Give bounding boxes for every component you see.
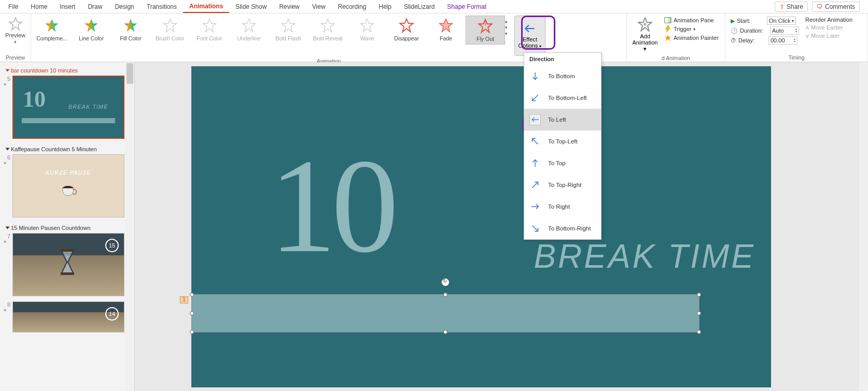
animation-indicator-icon: ✶ bbox=[3, 82, 10, 87]
tab-file[interactable]: File bbox=[2, 1, 24, 12]
arrow-left-icon bbox=[523, 22, 537, 35]
direction-to-bottom[interactable]: To Bottom bbox=[524, 65, 601, 87]
anim-brush-color[interactable]: Brush Color bbox=[150, 16, 190, 44]
preview-button[interactable]: Preview ▾ bbox=[2, 15, 29, 45]
resize-handle[interactable] bbox=[697, 293, 701, 297]
direction-to-top-right[interactable]: To Top-Right bbox=[524, 174, 601, 196]
gallery-more[interactable]: ▴▾▾ bbox=[505, 16, 512, 36]
anim-complementary[interactable]: Compleme... bbox=[32, 16, 72, 44]
animation-gallery[interactable]: Compleme... Line Color Fill Color Brush … bbox=[31, 13, 626, 58]
tab-help[interactable]: Help bbox=[372, 1, 398, 12]
comments-icon: 🗨 bbox=[817, 3, 823, 10]
section-header-3[interactable]: 15 Minuten Pausen Countdown bbox=[3, 223, 131, 233]
svg-marker-3 bbox=[124, 19, 137, 32]
slide-thumbnail-5[interactable]: 10 BREAK TIME bbox=[12, 76, 124, 139]
direction-to-top[interactable]: To Top bbox=[524, 152, 601, 174]
animation-pane-button[interactable]: Animation Pane bbox=[664, 17, 719, 24]
resize-handle[interactable] bbox=[190, 293, 194, 297]
share-button[interactable]: ⇧Share bbox=[775, 2, 808, 12]
delay-icon: ⏱ bbox=[731, 37, 736, 44]
tab-slideshow[interactable]: Slide Show bbox=[229, 1, 273, 12]
animation-indicator-icon: ✶ bbox=[3, 161, 10, 166]
arrow-down-icon bbox=[529, 70, 541, 82]
thumbnail-scrollbar[interactable] bbox=[125, 62, 134, 391]
tab-design[interactable]: Design bbox=[108, 1, 140, 12]
tab-insert[interactable]: Insert bbox=[53, 1, 81, 12]
resize-handle[interactable] bbox=[443, 293, 447, 297]
canvas-scrollbar[interactable] bbox=[859, 62, 868, 391]
trigger-button[interactable]: Trigger ▾ bbox=[664, 25, 719, 33]
svg-rect-22 bbox=[61, 249, 74, 252]
anim-fade[interactable]: Fade bbox=[426, 16, 466, 44]
slide-big-number: 10 bbox=[269, 128, 394, 283]
main-area: bar countdown 10 minutes 5✶ 10 BREAK TIM… bbox=[0, 62, 868, 391]
direction-to-bottom-left[interactable]: To Bottom-Left bbox=[524, 87, 601, 109]
coffee-cup-icon bbox=[60, 182, 78, 200]
tab-recording[interactable]: Recording bbox=[332, 1, 373, 12]
timing-delay[interactable]: ⏱Delay:00.00▴▾ bbox=[731, 36, 799, 45]
rotation-handle[interactable] bbox=[441, 278, 450, 286]
clock-icon: 🕐 bbox=[731, 27, 738, 34]
reorder-title: Reorder Animation bbox=[805, 17, 852, 23]
effect-options-button[interactable]: EffectOptions ▾ bbox=[514, 16, 545, 56]
slide-canvas[interactable]: 10 BREAK TIME 1 bbox=[135, 62, 868, 391]
tab-transitions[interactable]: Transitions bbox=[141, 1, 183, 12]
direction-to-right[interactable]: To Right bbox=[524, 196, 601, 218]
animation-painter-button[interactable]: Animation Painter bbox=[664, 34, 719, 41]
comments-button[interactable]: 🗨Comments bbox=[812, 2, 860, 12]
add-animation-button[interactable]: + AddAnimation ▾ bbox=[629, 15, 661, 54]
tab-view[interactable]: View bbox=[306, 1, 332, 12]
slide-number: 5 bbox=[3, 76, 10, 82]
direction-menu-header: Direction bbox=[524, 53, 601, 65]
slide-thumbnail-6[interactable]: KURZE PAUSE bbox=[12, 154, 124, 218]
tab-slidelizard[interactable]: SlideLizard bbox=[398, 1, 441, 12]
move-earlier-button[interactable]: ∧ Move Earlier bbox=[805, 24, 852, 31]
trigger-icon bbox=[664, 25, 671, 33]
tab-review[interactable]: Review bbox=[273, 1, 305, 12]
move-later-button[interactable]: ∨ Move Later bbox=[805, 33, 852, 39]
svg-marker-7 bbox=[282, 19, 295, 32]
anim-font-color[interactable]: Font Color bbox=[190, 16, 229, 44]
tab-shape-format[interactable]: Shape Format bbox=[441, 1, 493, 12]
direction-to-left[interactable]: To Left bbox=[524, 109, 601, 131]
svg-rect-18 bbox=[668, 18, 671, 23]
slide-number: 8 bbox=[3, 301, 10, 308]
resize-handle[interactable] bbox=[190, 311, 194, 315]
anim-fly-out[interactable]: Fly Out bbox=[466, 16, 505, 45]
slide-thumbnail-8[interactable]: 14 bbox=[12, 301, 124, 332]
section-header-2[interactable]: Kaffepause Countdown 5 Minuten bbox=[3, 144, 131, 154]
tab-animations[interactable]: Animations bbox=[183, 1, 229, 13]
thumb-badge: 14 bbox=[105, 307, 119, 321]
animation-order-tag[interactable]: 1 bbox=[180, 296, 188, 303]
tab-home[interactable]: Home bbox=[24, 1, 53, 12]
resize-handle[interactable] bbox=[697, 311, 701, 315]
resize-handle[interactable] bbox=[443, 330, 447, 334]
tab-draw[interactable]: Draw bbox=[81, 1, 108, 12]
resize-handle[interactable] bbox=[190, 330, 194, 334]
slide-thumbnail-7[interactable]: 15 bbox=[12, 233, 124, 296]
slide-content: 10 BREAK TIME bbox=[191, 66, 771, 387]
anim-fill-color[interactable]: Fill Color bbox=[111, 16, 150, 44]
selected-shape-bar[interactable] bbox=[191, 294, 699, 332]
anim-disappear[interactable]: Disappear bbox=[387, 16, 426, 44]
arrow-down-left-icon bbox=[529, 92, 541, 104]
anim-underline[interactable]: Underline bbox=[229, 16, 269, 44]
svg-marker-10 bbox=[400, 19, 413, 32]
preview-label: Preview bbox=[5, 32, 25, 38]
svg-marker-5 bbox=[203, 19, 216, 32]
section-header-1[interactable]: bar countdown 10 minutes bbox=[3, 65, 131, 76]
section-collapse-icon bbox=[6, 69, 10, 72]
anim-bold-flash[interactable]: Bold Flash bbox=[269, 16, 308, 44]
timing-duration[interactable]: 🕐Duration:Auto▴▾ bbox=[731, 26, 799, 35]
anim-wave[interactable]: Wave bbox=[347, 16, 387, 44]
direction-to-top-left[interactable]: To Top-Left bbox=[524, 131, 601, 152]
anim-line-color[interactable]: Line Color bbox=[72, 16, 111, 44]
play-icon: ▶ bbox=[731, 18, 735, 24]
resize-handle[interactable] bbox=[697, 330, 701, 334]
add-anim-l2: Animation bbox=[633, 39, 658, 46]
timing-start[interactable]: ▶Start:On Click▾ bbox=[731, 17, 799, 25]
direction-to-bottom-right[interactable]: To Bottom-Right bbox=[524, 218, 601, 239]
arrow-right-icon bbox=[529, 201, 541, 212]
effect-options-l2: Options bbox=[519, 42, 538, 49]
anim-bold-reveal[interactable]: Bold Reveal bbox=[308, 16, 347, 44]
